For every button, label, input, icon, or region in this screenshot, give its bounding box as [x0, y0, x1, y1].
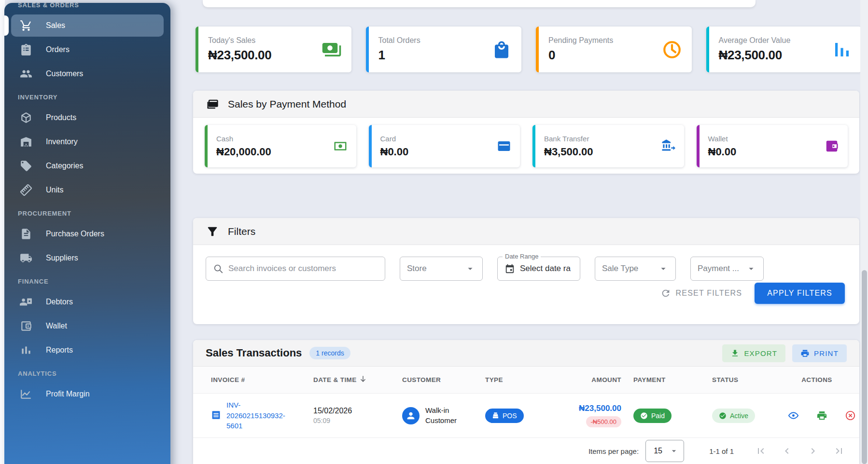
sidebar-item-purchase-orders[interactable]: Purchase Orders: [11, 223, 164, 245]
filters-row: Store Date Range Select date ra Sale Typ…: [193, 245, 859, 281]
orders-clipboard-icon: [20, 43, 32, 56]
page-scrollbar[interactable]: [860, 0, 868, 464]
apply-filters-button[interactable]: APPLY FILTERS: [755, 283, 845, 304]
sidebar-item-label: Customers: [46, 69, 83, 78]
sidebar-item-products[interactable]: Products: [11, 107, 164, 129]
pm-value: ₦0.00: [708, 146, 737, 158]
invoice-link[interactable]: INV-20260215130932-5601: [226, 400, 293, 431]
pm-label: Wallet: [708, 135, 737, 143]
last-page-button[interactable]: [833, 445, 845, 457]
sidebar-item-units[interactable]: Units: [11, 179, 164, 201]
scrollbar-thumb[interactable]: [862, 270, 867, 464]
sidebar-section-sales-orders: SALES & ORDERS: [11, 3, 164, 13]
items-per-page-select[interactable]: 15: [645, 440, 684, 462]
items-per-page-label: Items per page:: [588, 447, 639, 455]
amount-value: ₦23,500.00: [549, 404, 621, 413]
sidebar-item-label: Suppliers: [46, 254, 78, 262]
col-invoice: INVOICE #: [211, 376, 313, 383]
sidebar-item-suppliers[interactable]: Suppliers: [11, 247, 164, 269]
pm-label: Bank Transfer: [544, 135, 593, 143]
export-button[interactable]: EXPORT: [722, 344, 785, 362]
col-amount: AMOUNT: [549, 376, 621, 383]
sidebar-item-categories[interactable]: Categories: [11, 155, 164, 177]
eye-icon: [788, 410, 799, 421]
first-page-button[interactable]: [755, 445, 767, 457]
payment-select-label: Payment ...: [698, 264, 739, 273]
payment-method-cards: Cash ₦20,000.00 Card ₦0.00 Bank Transfer…: [193, 118, 859, 175]
chevron-right-icon: [807, 445, 819, 457]
view-button[interactable]: [788, 410, 799, 421]
next-page-button[interactable]: [807, 445, 819, 457]
pagination-bar: Items per page: 15 1-1 of 1: [193, 438, 859, 464]
col-datetime-label: DATE & TIME: [313, 376, 357, 383]
pagination-buttons: [755, 445, 845, 457]
check-circle-icon: [719, 412, 727, 420]
credit-card-icon: [206, 97, 219, 111]
sale-type-label: Sale Type: [602, 264, 638, 273]
sidebar-item-label: Inventory: [46, 137, 78, 146]
transactions-header-actions: EXPORT PRINT: [722, 344, 847, 362]
sale-type-select[interactable]: Sale Type: [595, 257, 676, 281]
printer-icon: [816, 410, 827, 421]
sidebar-item-customers[interactable]: Customers: [11, 63, 164, 85]
items-per-page-value: 15: [654, 447, 662, 455]
panel-title: Filters: [228, 226, 255, 237]
sidebar-item-label: Products: [46, 113, 76, 122]
cancel-button[interactable]: [845, 410, 856, 421]
refresh-icon: [660, 288, 671, 299]
sidebar-item-sales[interactable]: Sales: [11, 14, 164, 37]
stat-label: Average Order Value: [719, 36, 791, 45]
pm-label: Card: [380, 135, 409, 143]
sidebar-item-label: Debtors: [46, 298, 73, 306]
col-type: TYPE: [476, 376, 549, 383]
stat-card-total-orders: Total Orders 1: [366, 27, 522, 72]
invoice-cell: INV-20260215130932-5601: [211, 400, 313, 431]
sidebar-item-debtors[interactable]: Debtors: [11, 291, 164, 313]
search-input[interactable]: [228, 264, 378, 273]
col-customer: CUSTOMER: [395, 376, 476, 383]
stat-card-todays-sales: Today's Sales ₦23,500.00: [196, 27, 351, 72]
panel-title: Sales by Payment Method: [228, 98, 346, 110]
reset-filters-label: RESET FILTERS: [676, 289, 742, 298]
bank-transfer-icon: [661, 139, 675, 153]
pm-value: ₦0.00: [380, 146, 409, 158]
print-label: PRINT: [814, 349, 839, 357]
sidebar-section-analytics: ANALYTICS: [11, 363, 164, 381]
sidebar-item-label: Profit Margin: [46, 390, 90, 398]
transactions-table-header: INVOICE # DATE & TIME CUSTOMER TYPE AMOU…: [193, 367, 859, 394]
print-row-button[interactable]: [816, 410, 827, 421]
date-range-field[interactable]: Date Range Select date ra: [497, 257, 580, 281]
sidebar-item-wallet[interactable]: Wallet: [11, 315, 164, 337]
previous-page-button[interactable]: [781, 445, 793, 457]
sort-desc-icon: [359, 375, 367, 385]
payment-select[interactable]: Payment ...: [690, 257, 764, 281]
debtor-person-card-icon: [20, 296, 32, 308]
stat-value: 0: [548, 48, 613, 63]
warehouse-icon: [20, 136, 32, 148]
print-button[interactable]: PRINT: [792, 344, 847, 362]
sidebar-item-label: Reports: [46, 346, 73, 355]
filters-actions: RESET FILTERS APPLY FILTERS: [660, 283, 845, 304]
printer-icon: [800, 349, 810, 358]
store-select[interactable]: Store: [400, 257, 483, 281]
payment-methods-header: Sales by Payment Method: [193, 91, 859, 118]
search-field[interactable]: [206, 257, 385, 281]
sidebar-item-reports[interactable]: Reports: [11, 339, 164, 361]
date-range-value: Select date ra: [520, 264, 571, 273]
col-payment: PAYMENT: [621, 376, 703, 383]
sidebar-item-profit-margin[interactable]: Profit Margin: [11, 383, 164, 405]
cancel-circle-icon: [845, 410, 856, 421]
sidebar-item-inventory[interactable]: Inventory: [11, 131, 164, 153]
sidebar-item-orders[interactable]: Orders: [11, 39, 164, 61]
sidebar-item-label: Units: [46, 186, 63, 194]
col-actions: ACTIONS: [788, 376, 846, 383]
payment-cell: Paid: [621, 409, 703, 423]
datetime-cell: 15/02/2026 05:09: [313, 407, 395, 424]
chevron-down-icon: [658, 263, 669, 274]
reset-filters-button[interactable]: RESET FILTERS: [660, 288, 742, 299]
col-datetime[interactable]: DATE & TIME: [313, 375, 395, 385]
customer-name: Walk-in Customer: [425, 406, 464, 425]
chevron-left-icon: [781, 445, 793, 457]
pm-card-cash: Cash ₦20,000.00: [205, 125, 356, 167]
paid-status-badge: Paid: [633, 409, 672, 423]
